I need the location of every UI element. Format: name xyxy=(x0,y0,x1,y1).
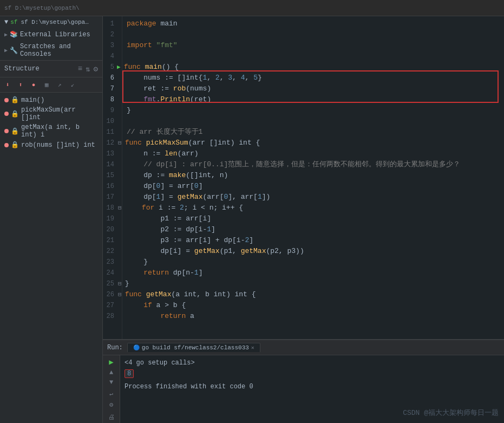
struct-btn-6[interactable]: ↙ xyxy=(67,80,78,90)
line-num-22: 22 xyxy=(103,246,117,257)
lock-icon: 🔒 xyxy=(11,110,19,118)
dot-icon xyxy=(4,112,9,116)
code-line-9: } xyxy=(127,105,504,116)
line-num-24: 24 xyxy=(103,268,117,278)
code-line-6: nums := []int{1, 2, 3, 4, 5} xyxy=(127,73,504,83)
path-label: sf D:\mysetup\gopath\ xyxy=(4,5,80,11)
struct-item-main[interactable]: 🔒 main() xyxy=(0,95,102,105)
line-num-26: 26 xyxy=(103,289,117,300)
fold-icon-26[interactable]: ⊟ xyxy=(118,289,122,300)
line-num-15: 15 xyxy=(103,170,117,181)
struct-item-getmax[interactable]: 🔒 getMax(a int, b int) i xyxy=(0,122,102,140)
line-num-11: 11 xyxy=(103,127,117,138)
arrow-icon: ▼ xyxy=(4,18,8,26)
line-num-9: 9 xyxy=(103,105,117,116)
dot-icon xyxy=(4,129,9,133)
sort-icon[interactable]: ≡ xyxy=(78,64,82,73)
struct-label: getMax(a int, b int) i xyxy=(21,123,98,139)
line-num-8: 8 xyxy=(103,94,117,105)
line-num-16: 16 xyxy=(103,181,117,192)
run-settings-button[interactable]: ⚙ xyxy=(106,401,117,409)
structure-toolbar: ⬇ ⬆ ● ▦ ↗ ↙ xyxy=(0,77,102,93)
run-wrap-button[interactable]: ↩ xyxy=(106,391,117,399)
settings-icon[interactable]: ⚙ xyxy=(94,64,98,74)
code-line-10 xyxy=(127,116,504,127)
code-line-8: fmt.Println(ret) xyxy=(127,94,504,105)
struct-label: pickMaxSum(arr []int xyxy=(21,106,98,121)
code-line-7: ret := rob(nums) xyxy=(127,83,504,94)
structure-icons: ≡ ⇅ ⚙ xyxy=(78,64,98,74)
code-line-21: p3 := arr[i] + dp[i-2] xyxy=(127,235,504,246)
sf-icon: sf xyxy=(10,19,17,25)
editor-area: 1 2 3 4 5 6 7 8 9 10 11 12 13 14 15 16 1 xyxy=(103,16,504,423)
code-line-24: return dp[n-1] xyxy=(127,268,504,278)
code-line-23: } xyxy=(127,257,504,268)
struct-btn-3[interactable]: ● xyxy=(28,80,39,90)
line-num-4: 4 xyxy=(103,51,117,62)
lock-icon: 🔒 xyxy=(11,141,19,149)
code-line-20: p2 := dp[i-1] xyxy=(127,224,504,235)
align-icon[interactable]: ⇅ xyxy=(86,64,90,74)
line-num-7: 7 xyxy=(103,83,117,94)
sidebar-item-external-libraries[interactable]: ▶ 📚 External Libraries xyxy=(0,28,102,41)
sidebar: ▼ sf sf D:\mysetup\gopath\ ▶ 📚 External … xyxy=(0,16,103,423)
code-container[interactable]: 1 2 3 4 5 6 7 8 9 10 11 12 13 14 15 16 1 xyxy=(103,16,504,339)
output-number-line: 8 xyxy=(125,368,500,379)
code-line-25: ⊟ } xyxy=(127,278,504,289)
library-icon: 📚 xyxy=(10,30,18,38)
code-line-15: dp := make([]int, n) xyxy=(127,170,504,181)
code-line-4 xyxy=(127,51,504,62)
code-line-18: ⊟ for i := 2; i < n; i++ { xyxy=(127,203,504,213)
arrow-icon: ▶ xyxy=(4,47,8,54)
fold-icon-18[interactable]: ⊟ xyxy=(118,203,122,213)
fold-icon-12[interactable]: ⊟ xyxy=(118,138,122,148)
struct-btn-5[interactable]: ↗ xyxy=(54,80,65,90)
line-num-13: 13 xyxy=(103,148,117,159)
line-num-25: 25 xyxy=(103,278,117,289)
structure-title: Structure xyxy=(4,65,40,73)
code-line-13: n := len(arr) xyxy=(127,148,504,159)
run-down-button[interactable]: ▼ xyxy=(106,379,117,386)
line-num-1: 1 xyxy=(103,18,117,29)
scratches-icon: 🔧 xyxy=(10,47,18,55)
struct-label: main() xyxy=(21,96,44,104)
sidebar-item-scratches[interactable]: ▶ 🔧 Scratches and Consoles xyxy=(0,41,102,60)
dot-icon xyxy=(4,143,9,147)
top-bar: sf D:\mysetup\gopath\ xyxy=(0,0,504,16)
run-up-button[interactable]: ▲ xyxy=(106,369,117,376)
run-tab-label: go build sf/newclass2/class033 xyxy=(142,344,249,351)
line-num-5: 5 xyxy=(103,62,117,73)
sidebar-path[interactable]: ▼ sf sf D:\mysetup\gopath\ xyxy=(0,16,102,28)
line-num-28: 28 xyxy=(103,311,117,322)
structure-panel: Structure ≡ ⇅ ⚙ ⬇ ⬆ ● ▦ ↗ ↙ xyxy=(0,60,102,423)
struct-item-rob[interactable]: 🔒 rob(nums []int) int xyxy=(0,140,102,150)
code-line-5: ▶ func main() { xyxy=(127,62,504,73)
code-line-11: // arr 长度大于等于1 xyxy=(127,127,504,138)
process-finished-line: Process finished with exit code 0 xyxy=(125,381,500,392)
run-tab[interactable]: 🔵 go build sf/newclass2/class033 ✕ xyxy=(127,343,260,352)
watermark: CSDN @福大大架构师每日一题 xyxy=(403,408,499,418)
run-label: Run: xyxy=(107,344,123,352)
close-tab-icon[interactable]: ✕ xyxy=(251,344,254,351)
code-line-16: dp[0] = arr[0] xyxy=(127,181,504,192)
code-line-2 xyxy=(127,29,504,40)
go-icon: 🔵 xyxy=(133,344,140,351)
output-number: 8 xyxy=(125,369,134,378)
struct-item-pickmaxsum[interactable]: 🔒 pickMaxSum(arr []int xyxy=(0,105,102,122)
structure-header: Structure ≡ ⇅ ⚙ xyxy=(0,60,102,77)
struct-btn-4[interactable]: ▦ xyxy=(41,80,52,90)
code-lines[interactable]: package main import "fmt" ▶ func main() … xyxy=(122,16,504,339)
line-num-2: 2 xyxy=(103,29,117,40)
line-num-20: 20 xyxy=(103,224,117,235)
struct-label: rob(nums []int) int xyxy=(21,141,95,149)
run-play-button[interactable]: ▶ xyxy=(106,357,117,367)
code-line-3: import "fmt" xyxy=(127,40,504,51)
run-print-button[interactable]: 🖨 xyxy=(106,413,117,421)
struct-btn-1[interactable]: ⬇ xyxy=(2,80,13,90)
run-gutter-icon[interactable]: ▶ xyxy=(117,62,121,73)
process-finished-text: Process finished with exit code 0 xyxy=(125,383,253,391)
lock-icon: 🔒 xyxy=(11,127,19,135)
run-sidebar: ▶ ▲ ▼ ↩ ⚙ 🖨 ⋮ xyxy=(103,355,120,423)
struct-btn-2[interactable]: ⬆ xyxy=(15,80,26,90)
fold-icon-25[interactable]: ⊟ xyxy=(118,278,122,289)
